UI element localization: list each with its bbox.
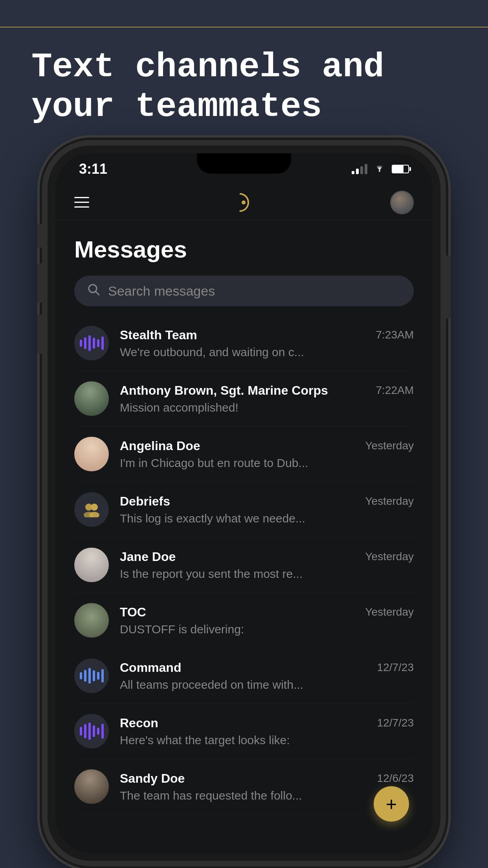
menu-button[interactable] (74, 197, 89, 208)
message-content: Command 12/7/23 All teams proceeded on t… (120, 660, 414, 691)
avatar (74, 492, 109, 527)
search-placeholder: Search messages (108, 283, 215, 299)
avatar (74, 326, 109, 360)
svg-line-4 (95, 291, 99, 295)
message-content: TOC Yesterday DUSTOFF is delivering: (120, 605, 414, 636)
list-item[interactable]: Sandy Doe 12/6/23 The team has requested… (74, 759, 414, 815)
list-item[interactable]: Recon 12/7/23 Here's what the target loo… (74, 704, 414, 759)
avatar (74, 381, 109, 416)
screen-title: Messages (74, 236, 414, 263)
phone-frame: 3:11 (48, 145, 440, 861)
volume-down-button (37, 263, 44, 303)
phone-screen: 3:11 (55, 153, 433, 853)
status-icons (352, 163, 409, 175)
signal-icon (352, 164, 367, 174)
battery-icon (392, 165, 409, 173)
user-avatar[interactable] (390, 191, 414, 214)
wifi-icon (374, 163, 385, 175)
list-item[interactable]: Jane Doe Yesterday Is the report you sen… (74, 537, 414, 593)
search-bar[interactable]: Search messages (74, 276, 414, 306)
list-item[interactable]: Angelina Doe Yesterday I'm in Chicago bu… (74, 427, 414, 482)
notch (197, 153, 291, 174)
app-header (55, 185, 433, 220)
message-list: Stealth Team 7:23AM We're outbound, and … (74, 316, 414, 815)
app-logo (229, 191, 251, 213)
search-icon (87, 283, 100, 299)
hero-section: Text channels and your teammates (31, 47, 457, 127)
message-content: Jane Doe Yesterday Is the report you sen… (120, 550, 414, 581)
list-item[interactable]: TOC Yesterday DUSTOFF is delivering: (74, 593, 414, 648)
message-content: Anthony Brown, Sgt. Marine Corps 7:22AM … (120, 383, 414, 414)
avatar (74, 437, 109, 471)
list-item[interactable]: Anthony Brown, Sgt. Marine Corps 7:22AM … (74, 371, 414, 427)
phone-mockup: 3:11 (48, 145, 440, 861)
volume-up-button (37, 224, 44, 248)
avatar (74, 769, 109, 804)
avatar (74, 714, 109, 748)
message-content: Angelina Doe Yesterday I'm in Chicago bu… (120, 439, 414, 470)
svg-point-0 (379, 170, 380, 172)
accent-line (0, 27, 488, 28)
message-content: Sandy Doe 12/6/23 The team has requested… (120, 771, 414, 802)
mute-button (37, 314, 44, 354)
hero-title: Text channels and your teammates (31, 47, 457, 127)
list-item[interactable]: Stealth Team 7:23AM We're outbound, and … (74, 316, 414, 371)
list-item[interactable]: Debriefs Yesterday This log is exactly w… (74, 482, 414, 537)
status-bar: 3:11 (55, 153, 433, 185)
compose-button[interactable]: + (374, 786, 409, 822)
message-content: Stealth Team 7:23AM We're outbound, and … (120, 328, 414, 359)
list-item[interactable]: Command 12/7/23 All teams proceeded on t… (74, 648, 414, 704)
status-time: 3:11 (79, 161, 107, 177)
avatar (74, 658, 109, 693)
power-button (444, 256, 451, 318)
message-content: Debriefs Yesterday This log is exactly w… (120, 494, 414, 525)
svg-point-6 (91, 504, 98, 511)
messages-screen: Messages Search messages (55, 220, 433, 853)
avatar (74, 548, 109, 582)
svg-point-1 (231, 194, 248, 211)
svg-point-2 (242, 200, 246, 204)
avatar (74, 603, 109, 638)
message-content: Recon 12/7/23 Here's what the target loo… (120, 716, 414, 747)
